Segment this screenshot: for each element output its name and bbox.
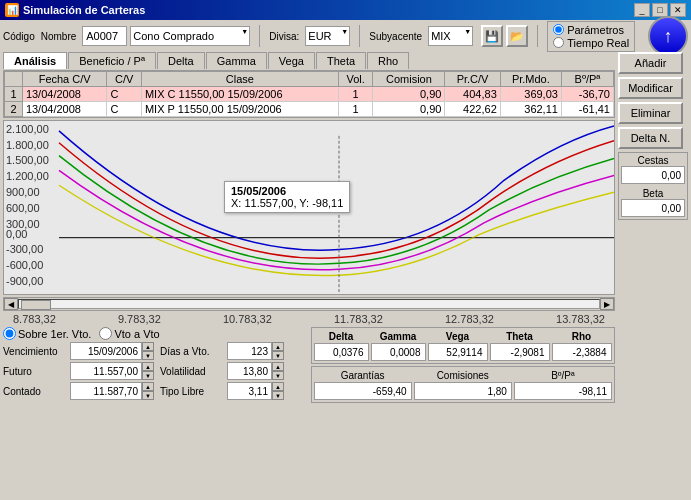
tipo-libre-input[interactable] — [227, 382, 272, 400]
comisiones-value: 1,80 — [414, 382, 512, 400]
tipo-libre-label: Tipo Libre — [160, 386, 225, 397]
horizontal-scrollbar[interactable]: ◀ ▶ — [3, 297, 615, 311]
close-button[interactable]: ✕ — [670, 3, 686, 17]
nombre-label: Nombre — [41, 31, 77, 42]
title-bar: 📊 Simulación de Carteras _ □ ✕ — [0, 0, 691, 20]
futuro-up[interactable]: ▲ — [142, 362, 154, 371]
save-button[interactable]: 💾 — [481, 25, 503, 47]
dias-vto-input[interactable] — [227, 342, 272, 360]
subyacente-label: Subyacente — [369, 31, 422, 42]
bppa-header: Bº/Pª — [514, 369, 612, 382]
dias-vto-up[interactable]: ▲ — [272, 342, 284, 351]
vencimiento-input[interactable] — [70, 342, 142, 360]
vto-radio-row: Sobre 1er. Vto. Vto a Vto — [3, 327, 308, 340]
vto-a-vto-radio[interactable]: Vto a Vto — [99, 327, 159, 340]
tooltip-date: 15/05/2006 — [231, 185, 343, 197]
contado-input[interactable] — [70, 382, 142, 400]
svg-text:600,00: 600,00 — [6, 202, 40, 214]
tab-theta[interactable]: Theta — [316, 52, 366, 69]
positions-table: Fecha C/V C/V Clase Vol. Comision Pr.C/V… — [4, 71, 614, 117]
delta-n-button[interactable]: Delta N. — [618, 127, 683, 149]
contado-label: Contado — [3, 386, 68, 397]
sobre-vto-radio[interactable]: Sobre 1er. Vto. — [3, 327, 91, 340]
nombre-select[interactable]: Cono Comprado — [130, 26, 250, 46]
open-button[interactable]: 📂 — [506, 25, 528, 47]
divisa-select[interactable]: EUR — [305, 26, 350, 46]
tab-vega[interactable]: Vega — [268, 52, 315, 69]
volatilidad-label: Volatilidad — [160, 366, 225, 377]
x-label-2: 9.783,32 — [118, 313, 161, 325]
contado-down[interactable]: ▼ — [142, 391, 154, 400]
tab-delta[interactable]: Delta — [157, 52, 205, 69]
cestas-input[interactable] — [621, 166, 685, 184]
vencimiento-down[interactable]: ▼ — [142, 351, 154, 360]
dias-vto-label: Días a Vto. — [160, 346, 225, 357]
vencimiento-up[interactable]: ▲ — [142, 342, 154, 351]
dias-vto-down[interactable]: ▼ — [272, 351, 284, 360]
greeks-panel: Delta Gamma Vega Theta Rho 0,0376 0,0008… — [311, 327, 616, 364]
svg-text:1.800,00: 1.800,00 — [6, 139, 49, 151]
svg-text:-900,00: -900,00 — [6, 275, 43, 287]
contado-up[interactable]: ▲ — [142, 382, 154, 391]
chart-tooltip: 15/05/2006 X: 11.557,00, Y: -98,11 — [224, 181, 350, 213]
tab-gamma[interactable]: Gamma — [206, 52, 267, 69]
x-label-3: 10.783,32 — [223, 313, 272, 325]
eliminar-button[interactable]: Eliminar — [618, 102, 683, 124]
x-label-5: 12.783,32 — [445, 313, 494, 325]
garantias-header: Garantías — [314, 369, 412, 382]
tab-rho[interactable]: Rho — [367, 52, 409, 69]
vega-header: Vega — [428, 330, 488, 343]
futuro-down[interactable]: ▼ — [142, 371, 154, 380]
rho-header: Rho — [552, 330, 612, 343]
col-cv: C/V — [107, 72, 142, 87]
volatilidad-down[interactable]: ▼ — [272, 371, 284, 380]
simulation-options: Parámetros Tiempo Real — [547, 21, 635, 52]
rho-value: -2,3884 — [552, 343, 612, 361]
volatilidad-input[interactable] — [227, 362, 272, 380]
minimize-button[interactable]: _ — [634, 3, 650, 17]
table-row[interactable]: 1 13/04/2008 C MIX C 11550,00 15/09/2006… — [5, 87, 614, 102]
tiempo-real-radio[interactable]: Tiempo Real — [553, 37, 629, 49]
svg-text:-300,00: -300,00 — [6, 244, 43, 256]
tab-beneficio[interactable]: Beneficio / Pª — [68, 52, 156, 69]
garantias-value: -659,40 — [314, 382, 412, 400]
data-table-container: Fecha C/V C/V Clase Vol. Comision Pr.C/V… — [3, 70, 615, 118]
vencimiento-label: Vencimiento — [3, 346, 68, 357]
anadir-button[interactable]: Añadir — [618, 52, 683, 74]
scroll-right-arrow[interactable]: ▶ — [600, 298, 614, 310]
cestas-label: Cestas — [621, 155, 685, 166]
x-label-6: 13.783,32 — [556, 313, 605, 325]
subyacente-select[interactable]: MIX — [428, 26, 473, 46]
tab-analisis[interactable]: Análisis — [3, 52, 67, 69]
parametros-radio[interactable]: Parámetros — [553, 24, 629, 36]
svg-text:1.500,00: 1.500,00 — [6, 155, 49, 167]
gamma-value: 0,0008 — [371, 343, 426, 361]
bottom-section: Sobre 1er. Vto. Vto a Vto Vencimiento — [3, 327, 615, 403]
col-num — [5, 72, 23, 87]
app-icon: 📊 — [5, 3, 19, 17]
theta-header: Theta — [490, 330, 550, 343]
futuro-input[interactable] — [70, 362, 142, 380]
scroll-thumb[interactable] — [21, 300, 51, 310]
col-fechacv: Fecha C/V — [22, 72, 107, 87]
upload-button[interactable]: ↑ — [648, 16, 688, 56]
scroll-left-arrow[interactable]: ◀ — [4, 298, 18, 310]
tipo-libre-up[interactable]: ▲ — [272, 382, 284, 391]
vega-value: 52,9114 — [428, 343, 488, 361]
delta-value: 0,0376 — [314, 343, 369, 361]
bppa-value: -98,11 — [514, 382, 612, 400]
tipo-libre-down[interactable]: ▼ — [272, 391, 284, 400]
beta-input[interactable] — [621, 199, 685, 217]
codigo-input[interactable] — [82, 26, 127, 46]
theta-value: -2,9081 — [490, 343, 550, 361]
scroll-track[interactable] — [18, 299, 600, 309]
svg-text:2.100,00: 2.100,00 — [6, 123, 49, 135]
codigo-label: Código — [3, 31, 35, 42]
x-axis-labels: 8.783,32 9.783,32 10.783,32 11.783,32 12… — [3, 313, 615, 325]
col-clase: Clase — [141, 72, 338, 87]
table-row[interactable]: 2 13/04/2008 C MIX P 11550,00 15/09/2006… — [5, 102, 614, 117]
modificar-button[interactable]: Modificar — [618, 77, 683, 99]
volatilidad-up[interactable]: ▲ — [272, 362, 284, 371]
maximize-button[interactable]: □ — [652, 3, 668, 17]
action-buttons: Añadir Modificar Eliminar Delta N. — [618, 52, 688, 149]
